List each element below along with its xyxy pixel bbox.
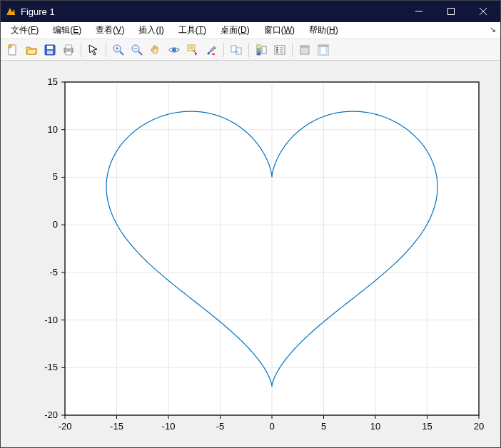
svg-text:10: 10 — [370, 421, 380, 432]
toolbar-separator — [81, 43, 81, 57]
print-button[interactable] — [60, 41, 77, 58]
svg-rect-31 — [257, 51, 260, 53]
svg-rect-33 — [262, 46, 266, 54]
svg-text:-20: -20 — [59, 421, 72, 432]
new-figure-button[interactable] — [4, 41, 21, 58]
svg-text:0: 0 — [53, 219, 58, 230]
titlebar: Figure 1 — [1, 1, 500, 22]
window-title: Figure 1 — [21, 6, 55, 17]
menu-help[interactable]: 帮助(H) — [302, 23, 345, 38]
svg-rect-27 — [236, 48, 241, 54]
minimize-button[interactable] — [403, 1, 435, 22]
svg-rect-8 — [47, 46, 53, 49]
axes[interactable]: -20-15-10-505101520-20-15-10-5051015 — [1, 61, 500, 447]
insert-legend-button[interactable] — [271, 41, 288, 58]
svg-rect-42 — [300, 46, 309, 48]
svg-text:5: 5 — [321, 421, 326, 432]
svg-text:-15: -15 — [44, 362, 58, 372]
rotate-3d-button[interactable] — [166, 41, 183, 58]
toolbar — [1, 39, 500, 61]
toolbar-separator — [292, 43, 293, 57]
svg-text:20: 20 — [474, 421, 484, 432]
menu-window[interactable]: 窗口(W) — [257, 23, 302, 38]
svg-rect-30 — [257, 48, 260, 51]
svg-rect-9 — [47, 51, 53, 54]
svg-rect-25 — [212, 54, 215, 55]
brush-button[interactable] — [203, 41, 220, 58]
svg-point-6 — [9, 44, 12, 48]
save-button[interactable] — [41, 41, 59, 58]
svg-text:10: 10 — [48, 124, 58, 135]
toolbar-separator — [106, 43, 106, 57]
svg-text:-5: -5 — [216, 421, 225, 432]
close-button[interactable] — [467, 1, 499, 22]
axes-container[interactable]: -20-15-10-505101520-20-15-10-5051015 — [1, 61, 500, 447]
zoom-in-button[interactable] — [110, 41, 127, 58]
svg-text:-5: -5 — [49, 267, 58, 278]
menu-desktop[interactable]: 桌面(D) — [213, 23, 257, 38]
pan-button[interactable] — [147, 41, 164, 58]
svg-text:-20: -20 — [44, 409, 58, 420]
svg-rect-1 — [447, 9, 454, 15]
svg-rect-12 — [66, 51, 71, 55]
svg-rect-46 — [325, 47, 328, 55]
svg-text:15: 15 — [422, 421, 432, 432]
toolbar-separator — [248, 43, 249, 57]
hide-plot-tools-button[interactable] — [296, 41, 313, 58]
svg-rect-44 — [318, 45, 328, 47]
menubar: 文件(F) 编辑(E) 查看(V) 插入(I) 工具(T) 桌面(D) 窗口(W… — [1, 22, 500, 39]
svg-text:15: 15 — [48, 76, 58, 87]
show-plot-tools-button[interactable] — [315, 41, 332, 58]
svg-rect-22 — [188, 45, 195, 51]
matlab-figure-icon — [5, 6, 16, 17]
insert-colorbar-button[interactable] — [253, 41, 270, 58]
zoom-out-button[interactable] — [128, 41, 146, 58]
svg-rect-45 — [318, 47, 321, 55]
svg-rect-11 — [66, 45, 71, 49]
svg-text:-10: -10 — [44, 315, 58, 325]
toolbar-separator — [223, 43, 224, 57]
maximize-button[interactable] — [435, 1, 467, 22]
edit-plot-button[interactable] — [85, 41, 102, 58]
svg-text:5: 5 — [53, 171, 58, 182]
svg-rect-29 — [257, 45, 260, 48]
svg-text:-15: -15 — [110, 421, 123, 432]
menu-insert[interactable]: 插入(I) — [131, 23, 171, 38]
data-cursor-button[interactable] — [184, 41, 201, 58]
figure-area: -20-15-10-505101520-20-15-10-5051015 — [1, 61, 500, 447]
svg-rect-32 — [257, 53, 260, 55]
svg-rect-26 — [231, 46, 236, 52]
svg-line-18 — [138, 51, 142, 55]
svg-line-14 — [120, 51, 123, 55]
svg-point-21 — [172, 48, 176, 52]
link-data-button[interactable] — [228, 41, 245, 58]
menu-edit[interactable]: 编辑(E) — [46, 23, 88, 38]
svg-text:0: 0 — [269, 421, 274, 432]
menu-tools[interactable]: 工具(T) — [171, 23, 213, 38]
menu-file[interactable]: 文件(F) — [4, 23, 46, 38]
menu-view[interactable]: 查看(V) — [88, 23, 131, 38]
dock-arrow-icon[interactable]: ↘ — [490, 25, 496, 34]
open-button[interactable] — [23, 41, 40, 58]
svg-text:-10: -10 — [162, 421, 176, 432]
